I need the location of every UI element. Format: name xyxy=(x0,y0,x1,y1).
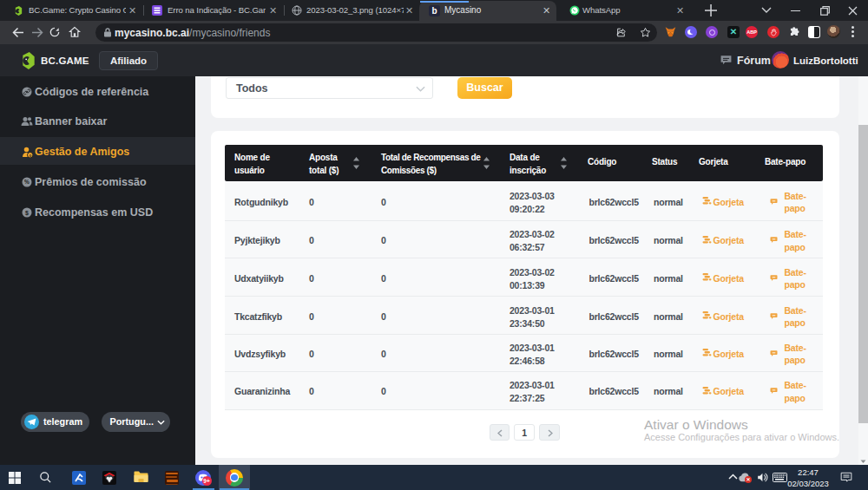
svg-text:%: % xyxy=(24,179,30,185)
svg-text:o: o xyxy=(29,154,31,158)
svg-text:$: $ xyxy=(25,210,29,217)
